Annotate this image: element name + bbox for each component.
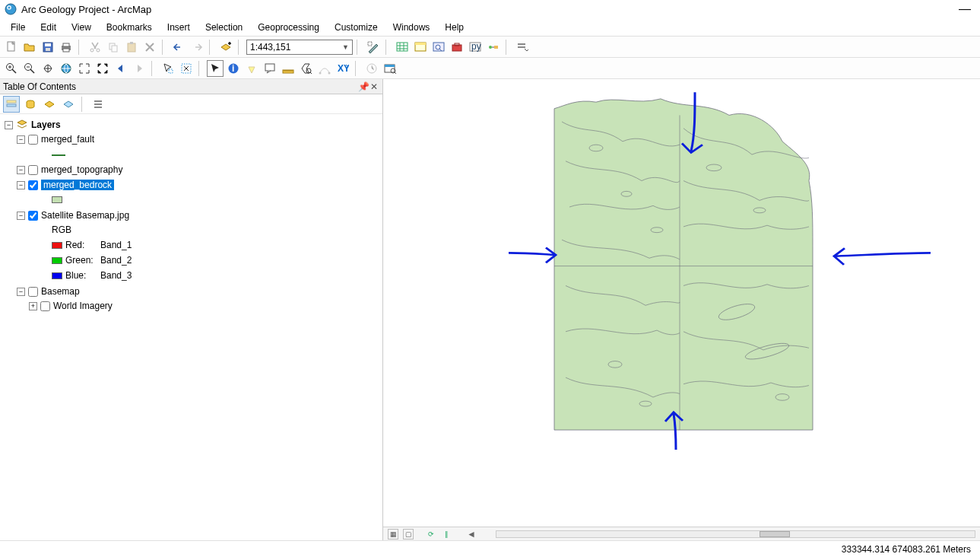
identify-icon[interactable]: i — [225, 60, 242, 77]
menu-edit[interactable]: Edit — [33, 19, 64, 36]
pause-drawing-icon[interactable]: ‖ — [441, 529, 452, 539]
layer-label[interactable]: World Imagery — [53, 301, 113, 311]
layer-checkbox[interactable] — [28, 165, 38, 175]
find-icon[interactable] — [298, 60, 315, 77]
expander-icon[interactable]: + — [29, 302, 37, 310]
pan-icon[interactable] — [40, 60, 56, 77]
expander-icon[interactable]: − — [5, 121, 13, 129]
select-features-icon[interactable] — [160, 60, 176, 77]
standard-toolbar: 1:443,151 ▼ py — [0, 37, 980, 58]
list-by-visibility-icon[interactable] — [41, 96, 58, 113]
menu-insert[interactable]: Insert — [160, 19, 198, 36]
html-popup-icon[interactable] — [262, 60, 278, 77]
save-icon[interactable] — [40, 39, 56, 56]
toolbox-window-icon[interactable] — [449, 39, 465, 56]
find-route-icon[interactable] — [316, 60, 333, 77]
menu-help[interactable]: Help — [437, 19, 471, 36]
fixed-zoom-in-icon[interactable] — [76, 60, 93, 77]
map-view[interactable]: ▦ ▢ ⟳ ‖ ◄ — [383, 79, 980, 540]
hyperlink-icon[interactable] — [243, 60, 260, 77]
layers-root-label[interactable]: Layers — [31, 119, 61, 130]
toc-options-icon[interactable] — [90, 96, 107, 113]
new-doc-icon[interactable] — [3, 39, 20, 56]
layer-checkbox[interactable] — [28, 211, 38, 221]
menu-view[interactable]: View — [64, 19, 99, 36]
layer-label[interactable]: merged_topography — [41, 164, 122, 175]
search-window-icon[interactable] — [430, 39, 447, 56]
full-extent-icon[interactable] — [58, 60, 75, 77]
copy-icon[interactable] — [105, 39, 122, 56]
scroll-left-icon[interactable]: ◄ — [467, 529, 476, 539]
expander-icon[interactable]: − — [17, 166, 25, 174]
expander-icon[interactable]: − — [17, 181, 25, 189]
pin-icon[interactable]: 📌 — [358, 81, 369, 92]
map-canvas[interactable] — [383, 79, 980, 525]
add-data-icon[interactable] — [217, 39, 234, 56]
create-viewer-icon[interactable] — [382, 60, 398, 77]
band-name: Band_1 — [100, 240, 132, 250]
back-extent-icon[interactable] — [113, 60, 129, 77]
layer-checkbox[interactable] — [40, 301, 50, 311]
measure-icon[interactable] — [280, 60, 297, 77]
refresh-icon[interactable]: ⟳ — [426, 529, 436, 539]
open-icon[interactable] — [21, 39, 38, 56]
data-view-icon[interactable]: ▦ — [388, 529, 398, 539]
expander-icon[interactable]: − — [17, 135, 25, 144]
model-builder-icon[interactable] — [485, 39, 502, 56]
status-bar: 333344.314 674083.261 Meters — [0, 540, 980, 557]
svg-rect-33 — [169, 69, 173, 73]
horizontal-scrollbar[interactable] — [496, 530, 975, 538]
close-icon[interactable]: ✕ — [369, 81, 379, 92]
cut-icon[interactable] — [87, 39, 103, 56]
redo-icon[interactable] — [189, 39, 205, 56]
line-symbol-swatch[interactable] — [52, 154, 65, 156]
list-by-selection-icon[interactable] — [60, 96, 77, 113]
expander-icon[interactable]: − — [17, 212, 25, 220]
paste-icon[interactable] — [123, 39, 140, 56]
clear-selection-icon[interactable] — [178, 60, 195, 77]
time-slider-icon[interactable] — [363, 60, 380, 77]
menu-bookmarks[interactable]: Bookmarks — [99, 19, 160, 36]
toc-tree[interactable]: − Layers − merged_fault — [0, 114, 382, 540]
list-by-drawing-icon[interactable] — [3, 96, 20, 113]
svg-point-26 — [489, 46, 492, 49]
menu-selection[interactable]: Selection — [198, 19, 250, 36]
fixed-zoom-out-icon[interactable] — [94, 60, 111, 77]
minimize-button[interactable]: — — [954, 2, 975, 16]
zoom-in-icon[interactable] — [3, 60, 20, 77]
expander-icon[interactable]: − — [17, 288, 25, 296]
forward-extent-icon[interactable] — [131, 60, 147, 77]
layout-view-icon[interactable]: ▢ — [403, 529, 414, 539]
menu-geoprocessing[interactable]: Geoprocessing — [250, 19, 327, 36]
list-by-source-icon[interactable] — [22, 96, 39, 113]
select-elements-icon[interactable] — [207, 60, 224, 77]
map-scale-combo[interactable]: 1:443,151 ▼ — [246, 40, 353, 55]
print-icon[interactable] — [58, 39, 75, 56]
undo-icon[interactable] — [170, 39, 187, 56]
layer-checkbox[interactable] — [28, 180, 38, 190]
layer-label[interactable]: merged_bedrock — [41, 180, 114, 190]
svg-rect-17 — [397, 43, 408, 51]
layer-label[interactable]: Satellite Basemap.jpg — [41, 210, 129, 221]
map-content-svg — [383, 79, 980, 525]
svg-rect-16 — [368, 42, 372, 46]
window-title: Arc Geology Project - ArcMap — [21, 4, 954, 15]
toolbar-options-icon[interactable] — [514, 39, 531, 56]
band-color-label: Green: — [65, 255, 97, 266]
python-window-icon[interactable]: py — [467, 39, 484, 56]
fill-symbol-swatch[interactable] — [52, 196, 62, 203]
goto-xy-icon[interactable]: XY — [335, 60, 351, 77]
menu-file[interactable]: File — [3, 19, 33, 36]
table-window-icon[interactable] — [394, 39, 411, 56]
menu-windows[interactable]: Windows — [385, 19, 438, 36]
layer-label[interactable]: merged_fault — [41, 134, 94, 145]
toc-header: Table Of Contents 📌 ✕ — [0, 79, 382, 94]
zoom-out-icon[interactable] — [21, 60, 38, 77]
menu-customize[interactable]: Customize — [327, 19, 385, 36]
layer-checkbox[interactable] — [28, 135, 38, 145]
layer-label[interactable]: Basemap — [41, 286, 80, 297]
layer-checkbox[interactable] — [28, 287, 38, 297]
catalog-window-icon[interactable] — [412, 39, 429, 56]
delete-icon[interactable] — [141, 39, 158, 56]
editor-toolbar-icon[interactable] — [365, 39, 382, 56]
